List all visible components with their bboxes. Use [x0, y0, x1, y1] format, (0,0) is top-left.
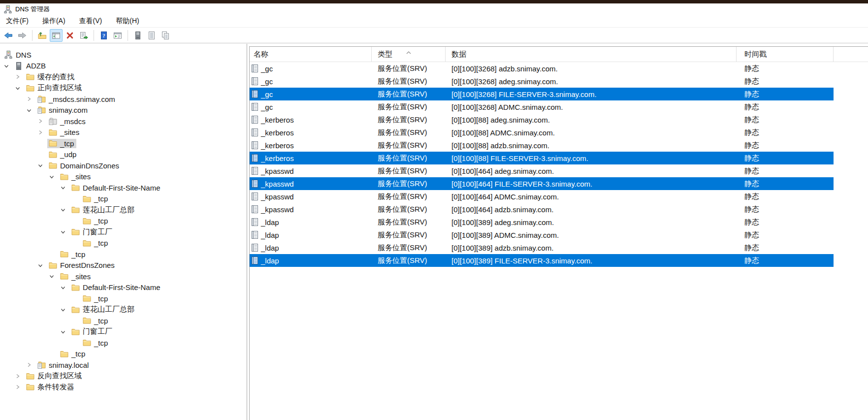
table-row[interactable]: _kerberos服务位置(SRV)[0][100][88] adzb.snim…: [250, 139, 834, 152]
chevron-right-icon[interactable]: [25, 361, 33, 369]
tree-item[interactable]: _tcp: [0, 216, 247, 227]
tree-node[interactable]: _msdcs.snimay.com: [36, 95, 118, 104]
tree-node[interactable]: _tcp: [81, 238, 110, 248]
table-row[interactable]: _ldap服务位置(SRV)[0][100][389] FILE-SERVER-…: [250, 254, 834, 267]
chevron-down-icon[interactable]: [59, 228, 67, 236]
table-row[interactable]: _ldap服务位置(SRV)[0][100][389] adzb.snimay.…: [250, 241, 834, 254]
show-hide-console-tree-button[interactable]: [50, 29, 63, 42]
copy-button[interactable]: [159, 29, 172, 42]
table-row[interactable]: _kerberos服务位置(SRV)[0][100][88] ADMC.snim…: [250, 126, 834, 139]
table-row[interactable]: _kpasswd服务位置(SRV)[0][100][464] FILE-SERV…: [250, 177, 834, 190]
chevron-down-icon[interactable]: [25, 106, 33, 114]
table-row[interactable]: _kpasswd服务位置(SRV)[0][100][464] ADMC.snim…: [250, 190, 834, 203]
server-button[interactable]: [131, 29, 144, 42]
tree-node[interactable]: 莲花山工厂总部: [70, 304, 137, 315]
menu-action[interactable]: 操作(A): [41, 16, 67, 27]
export-list-button[interactable]: [77, 29, 90, 42]
tree-item[interactable]: _udp: [0, 149, 247, 161]
table-row[interactable]: _gc服务位置(SRV)[0][100][3268] adeg.snimay.c…: [250, 75, 834, 88]
tree-item[interactable]: _sites: [0, 171, 247, 183]
tree-node[interactable]: snimay.local: [36, 360, 91, 370]
table-row[interactable]: _kerberos服务位置(SRV)[0][100][88] adeg.snim…: [250, 113, 834, 126]
forward-arrow-button[interactable]: [16, 29, 29, 42]
tree-node[interactable]: _sites: [59, 172, 93, 181]
tree-item[interactable]: _msdcs: [0, 116, 247, 127]
tree-node[interactable]: _udp: [47, 150, 79, 159]
table-row[interactable]: _gc服务位置(SRV)[0][100][3268] FILE-SERVER-3…: [250, 88, 834, 100]
menu-view[interactable]: 查看(V): [78, 16, 104, 27]
column-header-name[interactable]: 名称: [250, 47, 372, 62]
tree-item[interactable]: snimay.com: [0, 105, 247, 116]
tree-item[interactable]: DNS: [0, 49, 247, 61]
tree-item[interactable]: _tcp: [0, 337, 247, 349]
tree-item[interactable]: _tcp: [0, 138, 247, 149]
back-arrow-button[interactable]: [2, 29, 15, 42]
menu-help[interactable]: 帮助(H): [114, 16, 140, 27]
properties-window-button[interactable]: [111, 29, 124, 42]
record-list-button[interactable]: [145, 29, 158, 42]
tree-item[interactable]: _tcp: [0, 349, 247, 360]
column-header-data[interactable]: 数据: [446, 47, 737, 62]
table-row[interactable]: _gc服务位置(SRV)[0][100][3268] ADMC.snimay.c…: [250, 100, 834, 113]
tree-node[interactable]: 门窗工厂: [70, 326, 115, 337]
help-button[interactable]: ?: [97, 29, 110, 42]
tree-item[interactable]: 缓存的查找: [0, 71, 247, 83]
tree-node[interactable]: _tcp: [81, 316, 110, 325]
tree-node[interactable]: ADZB: [13, 61, 48, 70]
tree-item[interactable]: 莲花山工厂总部: [0, 304, 247, 316]
table-row[interactable]: _gc服务位置(SRV)[0][100][3268] adzb.snimay.c…: [250, 62, 834, 75]
tree-node[interactable]: Default-First-Site-Name: [70, 283, 163, 292]
tree-node[interactable]: DNS: [3, 50, 34, 60]
chevron-down-icon[interactable]: [14, 84, 22, 92]
tree-node[interactable]: Default-First-Site-Name: [70, 183, 163, 193]
tree-item[interactable]: 反向查找区域: [0, 371, 247, 382]
chevron-right-icon[interactable]: [36, 129, 44, 136]
tree-item[interactable]: Default-First-Site-Name: [0, 282, 247, 293]
tree-item[interactable]: _tcp: [0, 238, 247, 249]
menu-file[interactable]: 文件(F): [4, 16, 30, 27]
tree-item[interactable]: ADZB: [0, 61, 247, 72]
tree-item[interactable]: _tcp: [0, 194, 247, 205]
tree-node[interactable]: _tcp: [81, 338, 110, 348]
chevron-down-icon[interactable]: [59, 306, 67, 314]
tree-item[interactable]: 莲花山工厂总部: [0, 204, 247, 216]
tree-node[interactable]: 条件转发器: [25, 382, 77, 392]
tree-node[interactable]: 反向查找区域: [25, 371, 84, 381]
chevron-down-icon[interactable]: [2, 62, 10, 70]
table-row[interactable]: _kpasswd服务位置(SRV)[0][100][464] adeg.snim…: [250, 164, 834, 177]
tree-node[interactable]: 缓存的查找: [25, 72, 77, 82]
tree-item[interactable]: _sites: [0, 271, 247, 282]
tree-node[interactable]: snimay.com: [36, 105, 90, 115]
table-row[interactable]: _ldap服务位置(SRV)[0][100][389] ADMC.snimay.…: [250, 228, 834, 241]
tree-node[interactable]: _sites: [59, 272, 93, 281]
chevron-down-icon[interactable]: [36, 261, 44, 269]
tree-node[interactable]: ForestDnsZones: [47, 260, 117, 270]
tree-node[interactable]: _sites: [47, 128, 82, 137]
chevron-down-icon[interactable]: [48, 272, 56, 280]
tree-item[interactable]: 门窗工厂: [0, 226, 247, 238]
table-row[interactable]: _kpasswd服务位置(SRV)[0][100][464] adzb.snim…: [250, 203, 834, 216]
tree-node[interactable]: _tcp: [81, 294, 110, 303]
up-one-level-button[interactable]: [36, 29, 49, 42]
tree-item[interactable]: 门窗工厂: [0, 326, 247, 338]
chevron-down-icon[interactable]: [59, 328, 67, 336]
tree-item[interactable]: ForestDnsZones: [0, 260, 247, 271]
tree-node-selected[interactable]: _tcp: [47, 139, 76, 148]
tree-item[interactable]: snimay.local: [0, 359, 247, 371]
tree-item[interactable]: 条件转发器: [0, 382, 247, 393]
chevron-down-icon[interactable]: [36, 162, 44, 169]
column-header-timestamp[interactable]: 时间戳: [737, 47, 834, 62]
tree-node[interactable]: 正向查找区域: [25, 83, 84, 93]
chevron-right-icon[interactable]: [14, 73, 22, 81]
tree-node[interactable]: DomainDnsZones: [47, 161, 122, 170]
tree-item[interactable]: _tcp: [0, 315, 247, 326]
tree-item[interactable]: 正向查找区域: [0, 83, 247, 94]
tree-item[interactable]: Default-First-Site-Name: [0, 182, 247, 194]
chevron-right-icon[interactable]: [14, 372, 22, 380]
chevron-right-icon[interactable]: [36, 117, 44, 125]
chevron-right-icon[interactable]: [25, 95, 33, 103]
table-row[interactable]: _kerberos服务位置(SRV)[0][100][88] FILE-SERV…: [250, 152, 834, 164]
chevron-right-icon[interactable]: [14, 383, 22, 391]
chevron-down-icon[interactable]: [59, 284, 67, 291]
tree-node[interactable]: _tcp: [81, 194, 110, 203]
